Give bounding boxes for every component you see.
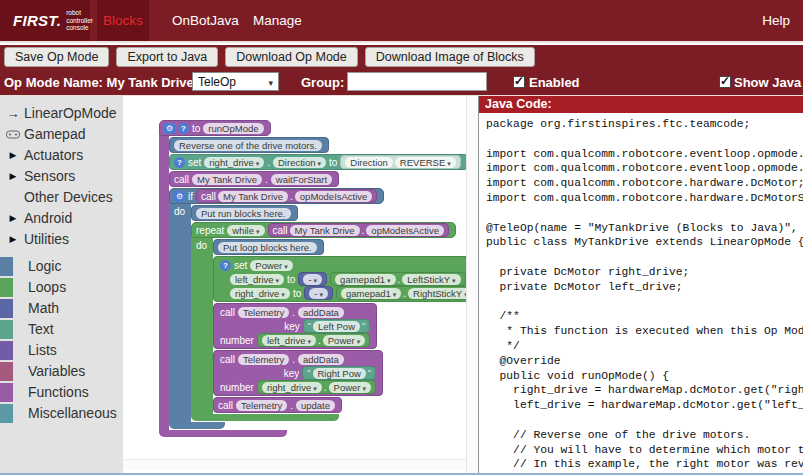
- motor-dropdown-field[interactable]: right_drive: [204, 157, 264, 168]
- stick-property-dropdown[interactable]: RightStickY: [408, 288, 466, 299]
- help-question-icon[interactable]: [178, 123, 189, 134]
- sidebar-item-linearopmode[interactable]: LinearOpMode: [0, 103, 123, 124]
- call-waitforstart-block[interactable]: call My Tank Drive . waitForStart: [169, 171, 339, 187]
- telemetry-adddata-right-block[interactable]: call Telemetry . addData key: [213, 350, 383, 396]
- negate-dropdown[interactable]: -: [303, 274, 322, 285]
- property-dropdown[interactable]: Power: [329, 382, 371, 393]
- negate-block[interactable]: -: [298, 272, 327, 286]
- telemetry-update-block[interactable]: call Telemetry . update: [213, 397, 342, 413]
- tab-blocks[interactable]: Blocks: [97, 0, 149, 41]
- direction-enum-shadow-block[interactable]: Direction REVERSE: [340, 155, 460, 169]
- if-header-row[interactable]: if call My Tank Drive . opModeIsActive: [169, 188, 384, 204]
- save-op-mode-button[interactable]: Save Op Mode: [4, 47, 109, 67]
- text-block-right-pow[interactable]: " Right Pow ": [302, 366, 376, 380]
- first-logo: FIRST. robot controller console: [0, 0, 90, 41]
- blockly-workspace[interactable]: to runOpMode Reverse one of the drive mo…: [123, 96, 466, 473]
- repeat-block-foot: [191, 414, 339, 421]
- comment-text-field[interactable]: Put run blocks here.: [196, 208, 291, 219]
- help-question-icon[interactable]: [220, 260, 231, 271]
- runopmode-function-block[interactable]: to runOpMode Reverse one of the drive mo…: [159, 120, 466, 437]
- op-mode-flavor-select[interactable]: TeleOp: [192, 72, 279, 91]
- motor-dropdown[interactable]: right_drive: [262, 382, 322, 393]
- function-header-row[interactable]: to runOpMode: [159, 120, 271, 136]
- help-link[interactable]: Help: [762, 0, 790, 41]
- telemetry-adddata-left-block[interactable]: call Telemetry . addData key: [213, 303, 377, 349]
- if-block[interactable]: if call My Tank Drive . opModeIsActive d…: [169, 188, 466, 429]
- comment-block-put-loop[interactable]: Put loop blocks here.: [213, 239, 324, 255]
- text-value-field[interactable]: Right Pow: [313, 368, 366, 379]
- group-input[interactable]: [347, 72, 487, 91]
- dot-label: .: [324, 382, 327, 393]
- sidebar-item-loops[interactable]: Loops: [0, 277, 123, 298]
- call-target-field: Telemetry: [236, 400, 287, 411]
- sidebar-item-sensors[interactable]: Sensors: [0, 166, 123, 187]
- set-power-block[interactable]: set Power left_drive to: [213, 256, 466, 302]
- sidebar-item-actuators[interactable]: Actuators: [0, 145, 123, 166]
- tab-onbotjava[interactable]: OnBotJava: [172, 0, 239, 41]
- gamepad-dropdown[interactable]: gamepad1: [341, 288, 401, 299]
- loops-color-swatch: [0, 278, 13, 297]
- mutator-gear-icon[interactable]: [164, 123, 175, 134]
- number-label: number: [220, 382, 254, 393]
- call-method-field: addData: [298, 354, 344, 365]
- text-block-left-pow[interactable]: " Left Pow ": [303, 319, 370, 333]
- sidebar-item-logic[interactable]: Logic: [0, 256, 123, 277]
- repeat-while-block[interactable]: repeat while call My Tank Drive . opMode…: [191, 222, 466, 421]
- mutator-gear-icon[interactable]: [174, 191, 185, 202]
- sidebar-item-android[interactable]: Android: [0, 208, 123, 229]
- gamepad-rightsticky-block[interactable]: gamepad1 . RightStickY: [336, 286, 466, 300]
- enabled-checkbox[interactable]: [513, 76, 525, 88]
- property-dropdown-field[interactable]: Direction: [273, 157, 326, 168]
- sidebar-item-math[interactable]: Math: [0, 298, 123, 319]
- comment-block-put-run[interactable]: Put run blocks here.: [191, 205, 298, 221]
- download-image-of-blocks-button[interactable]: Download Image of Blocks: [365, 47, 535, 67]
- property-dropdown[interactable]: Power: [323, 335, 365, 346]
- negate-dropdown[interactable]: -: [309, 288, 328, 299]
- sidebar-item-text[interactable]: Text: [0, 319, 123, 340]
- call-opmodeisactive-block[interactable]: call My Tank Drive . opModeIsActive: [268, 223, 449, 237]
- export-to-java-button[interactable]: Export to Java: [116, 47, 218, 67]
- function-name-field[interactable]: runOpMode: [203, 123, 263, 134]
- call-label: call: [174, 174, 189, 185]
- gamepad-dropdown[interactable]: gamepad1: [335, 274, 395, 285]
- select-caret-icon: [268, 75, 273, 89]
- download-op-mode-button[interactable]: Download Op Mode: [225, 47, 357, 67]
- if-do-spine: do: [169, 204, 191, 422]
- sidebar-item-variables[interactable]: Variables: [0, 361, 123, 382]
- help-question-icon[interactable]: [174, 157, 185, 168]
- expand-triangle-icon: [5, 208, 21, 229]
- sidebar-item-lists[interactable]: Lists: [0, 340, 123, 361]
- comment-block-reverse-motors[interactable]: Reverse one of the drive motors.: [169, 137, 329, 153]
- left-drive-power-getter-block[interactable]: left_drive . Power: [257, 333, 370, 347]
- tab-manage[interactable]: Manage: [253, 0, 302, 41]
- power-property-dropdown[interactable]: Power: [250, 260, 292, 271]
- sidebar-item-functions[interactable]: Functions: [0, 382, 123, 403]
- right-drive-power-getter-block[interactable]: right_drive . Power: [257, 380, 376, 394]
- sidebar-item-label: Actuators: [24, 145, 83, 166]
- negate-block[interactable]: -: [304, 286, 333, 300]
- set-direction-block[interactable]: set right_drive . Direction to Direction…: [169, 154, 466, 170]
- text-value-field[interactable]: Left Pow: [313, 321, 360, 332]
- sidebar-item-miscellaneous[interactable]: Miscellaneous: [0, 403, 123, 424]
- sidebar-item-utilities[interactable]: Utilities: [0, 229, 123, 250]
- right-motor-dropdown[interactable]: right_drive: [230, 288, 290, 299]
- call-label: call: [218, 400, 233, 411]
- comment-text-field[interactable]: Reverse one of the drive motors.: [174, 140, 322, 151]
- repeat-mode-dropdown[interactable]: while: [227, 225, 264, 236]
- motor-dropdown[interactable]: left_drive: [262, 335, 316, 346]
- comment-text-field[interactable]: Put loop blocks here.: [218, 242, 317, 253]
- if-block-foot: [169, 422, 225, 429]
- repeat-header-row[interactable]: repeat while call My Tank Drive . opMode…: [191, 222, 456, 238]
- workspace-horizontal-scrollbar[interactable]: [123, 459, 466, 470]
- call-method-field: waitForStart: [271, 174, 332, 185]
- left-motor-dropdown[interactable]: left_drive: [230, 274, 284, 285]
- sidebar-item-other-devices[interactable]: Other Devices: [0, 187, 123, 208]
- show-java-checkbox[interactable]: [719, 76, 731, 88]
- dot-label: .: [292, 307, 295, 318]
- call-opmodeisactive-block[interactable]: call My Tank Drive . opModeIsActive: [196, 189, 377, 203]
- dot-label: .: [290, 400, 293, 411]
- gamepad-leftsticky-block[interactable]: gamepad1 . LeftStickY: [330, 272, 466, 286]
- stick-property-dropdown[interactable]: LeftStickY: [402, 274, 460, 285]
- enum-value-dropdown[interactable]: REVERSE: [395, 157, 456, 168]
- sidebar-item-gamepad[interactable]: Gamepad: [0, 124, 123, 145]
